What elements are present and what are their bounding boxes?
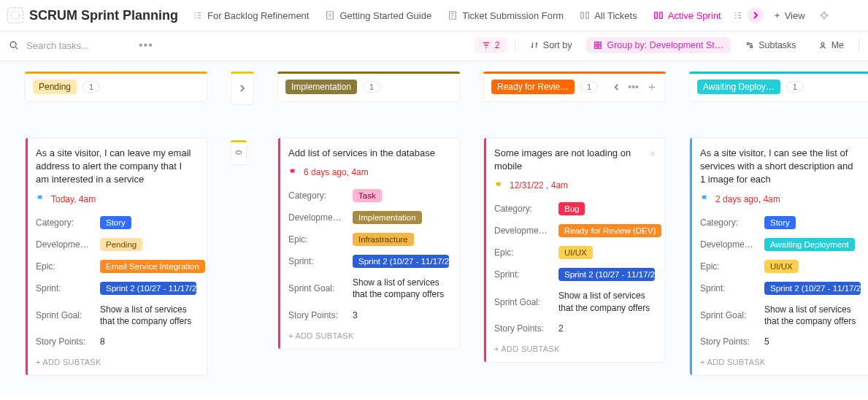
filter-button[interactable]: 2 [475,37,507,53]
form-icon [448,10,458,20]
column-awaiting-deployment: Awaiting Deploy… 1 As a site visitor, I … [689,72,868,376]
due-date: 12/31/22 , 4am [510,180,568,191]
add-subtask-button[interactable]: + ADD SUBTASK [700,352,861,368]
tab-getting-started[interactable]: Getting Started Guide [318,6,439,26]
sprint-goal-text: Show a list of services that the company… [353,277,449,300]
space-title: SCRUM Sprint Planning [29,8,178,23]
subtasks-button[interactable]: Subtasks [738,37,803,53]
add-subtask-button[interactable]: + ADD SUBTASK [36,352,196,368]
chevron-right-icon [752,12,759,19]
tag-sprint[interactable]: Sprint 2 (10/27 - 11/17/2… [558,268,655,281]
column-status-chip: Awaiting Deploy… [697,80,780,94]
due-date: 6 days ago, 4am [304,167,369,177]
toolbar-overflow-icon[interactable] [814,5,830,26]
space-title-group[interactable]: SCRUM Sprint Planning [7,7,178,23]
svg-point-7 [822,13,826,18]
person-icon [818,41,827,50]
tag-category[interactable]: Task [353,189,382,202]
column-more-button[interactable]: ••• [628,81,639,93]
tag-epic[interactable]: UI/UX [558,246,593,259]
column-header-pending[interactable]: Pending 1 [25,72,207,102]
flag-icon[interactable] [36,194,45,204]
tag-epic[interactable]: Infrastracture [353,233,414,246]
column-count: 1 [363,81,380,93]
svg-rect-11 [595,46,597,48]
filter-icon [482,41,491,50]
search-group [9,39,127,52]
due-date: Today, 4am [51,194,96,204]
search-more-button[interactable]: ••• [134,39,158,52]
plus-icon: ＋ [772,9,782,22]
task-title: Some images are not loading on mobile [494,147,646,173]
svg-rect-9 [595,42,597,45]
column-header-implementation[interactable]: Implementation 1 [277,72,460,102]
column-status-chip: Pending [33,80,77,94]
tag-epic[interactable]: Email Service Integration [100,260,205,273]
tag-dev-status[interactable]: Ready for Review (DEV) [558,224,661,237]
sprint-goal-text: Show a list of services that the company… [764,304,861,327]
svg-rect-4 [586,12,589,19]
column-header-deploy[interactable]: Awaiting Deploy… 1 [689,72,868,102]
search-input[interactable] [25,39,127,52]
me-filter-button[interactable]: Me [811,37,851,53]
task-card[interactable]: Some images are not loading on mobile ≡ … [483,137,666,363]
tab-active-sprint[interactable]: Active Sprint [646,6,729,26]
group-by-button[interactable]: Group by: Development St… [586,37,731,53]
column-header-ready[interactable]: Ready for Revie… 1 ••• ＋ [483,72,666,102]
tag-dev-status[interactable]: Implementation [353,211,422,224]
tab-backlog-refinement[interactable]: For Backlog Refinement [185,6,316,26]
search-icon [9,40,19,50]
tab-all-tickets[interactable]: All Tickets [572,6,645,26]
chevron-left-icon[interactable] [612,83,621,91]
gear-partial-icon [818,9,830,21]
column-pending: Pending 1 As a site visitor, I can leave… [25,72,207,376]
tag-category[interactable]: Story [100,216,131,229]
expand-column-button[interactable] [231,72,254,105]
column-count: 1 [786,81,804,93]
tab-hidden-next[interactable] [730,6,746,25]
flag-icon[interactable] [288,168,298,177]
tag-category[interactable]: Story [764,216,796,229]
add-task-button[interactable]: ＋ [646,81,658,93]
svg-rect-10 [599,42,601,45]
tag-sprint[interactable]: Sprint 2 (10/27 - 11/17/2… [100,282,196,295]
tag-sprint[interactable]: Sprint 2 (10/27 - 11/17/2… [353,255,449,268]
add-subtask-button[interactable]: + ADD SUBTASK [494,339,655,355]
board-icon [653,10,664,20]
board-icon [580,10,590,20]
separator [515,39,515,52]
svg-point-8 [10,42,16,47]
story-points-value: 5 [764,336,769,347]
column-status-chip: Ready for Revie… [491,80,575,94]
task-card[interactable]: As a site visitor, I can see the list of… [689,137,868,376]
tag-dev-status[interactable]: Awaiting Deployment [764,238,855,251]
flag-icon[interactable] [700,194,710,204]
column-count: 1 [580,81,598,93]
task-title: Add list of services in the database [288,147,449,160]
sprint-goal-text: Show a list of services that the company… [100,304,196,327]
separator [859,39,859,52]
due-date: 2 days ago, 4am [715,194,780,204]
column-status-chip: Implementation [285,80,357,94]
story-points-value: 2 [558,323,564,334]
tag-sprint[interactable]: Sprint 2 (10/27 - 11/17/2… [764,282,861,295]
task-card[interactable]: As a site visitor, I can leave my email … [25,137,207,376]
add-subtask-button[interactable]: + ADD SUBTASK [288,326,449,342]
tag-dev-status[interactable]: Pending [100,238,142,251]
tabs-overflow-next[interactable] [748,7,764,23]
svg-rect-3 [581,12,584,19]
collapsed-count-badge[interactable]: 0 [231,140,247,165]
svg-rect-5 [654,12,657,19]
list-icon [733,10,743,20]
list-icon [193,10,203,20]
sort-button[interactable]: Sort by [523,37,580,53]
add-view-button[interactable]: ＋ View [767,4,811,26]
column-collapsed: 0 [231,72,254,165]
task-card[interactable]: Add list of services in the database 6 d… [277,137,460,350]
tab-ticket-form[interactable]: Ticket Submission Form [440,6,571,26]
flag-icon[interactable] [494,181,504,191]
task-title: As a site visitor, I can see the list of… [700,147,861,187]
tag-epic[interactable]: UI/UX [764,260,799,273]
tag-category[interactable]: Bug [558,202,585,215]
drag-handle-icon[interactable]: ≡ [650,149,655,158]
